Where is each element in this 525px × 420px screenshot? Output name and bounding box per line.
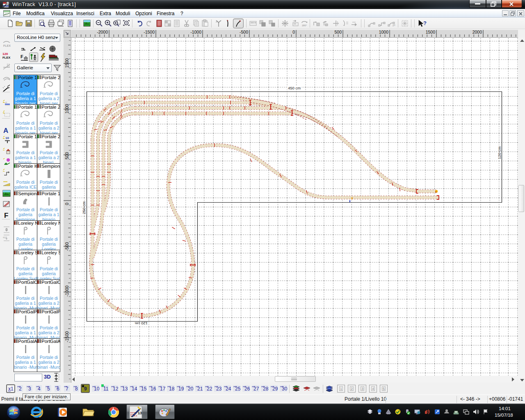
svg-text:1500: 1500 bbox=[64, 58, 69, 68]
svg-text:-1500: -1500 bbox=[144, 30, 155, 34]
svg-text:13: 13 bbox=[7, 2, 9, 5]
svg-text:180°: 180° bbox=[302, 24, 307, 27]
svg-text:FLEX: FLEX bbox=[2, 56, 10, 59]
svg-text:13: 13 bbox=[138, 411, 142, 415]
svg-text:F: F bbox=[4, 212, 8, 219]
svg-text:1000: 1000 bbox=[379, 30, 389, 34]
svg-text:1000: 1000 bbox=[64, 104, 69, 114]
svg-text:250 cm: 250 cm bbox=[82, 201, 86, 214]
svg-text:A: A bbox=[3, 127, 8, 135]
svg-text:dll: dll bbox=[5, 101, 7, 104]
svg-text:-500: -500 bbox=[240, 30, 248, 34]
svg-text:0: 0 bbox=[292, 30, 295, 34]
svg-text:-500: -500 bbox=[64, 242, 69, 251]
svg-text:120: 120 bbox=[2, 52, 8, 56]
svg-text:?: ? bbox=[423, 20, 427, 26]
svg-text:2?: 2? bbox=[393, 24, 395, 27]
svg-text:-1000: -1000 bbox=[64, 285, 69, 297]
svg-text:F: F bbox=[21, 54, 23, 59]
svg-text:120 cm: 120 cm bbox=[135, 321, 148, 326]
svg-text:500: 500 bbox=[334, 30, 342, 34]
svg-text:x: x bbox=[351, 196, 353, 200]
svg-text:2000: 2000 bbox=[472, 30, 482, 34]
svg-text:401: 401 bbox=[3, 236, 7, 239]
svg-text:s: s bbox=[435, 190, 437, 193]
svg-text:0: 0 bbox=[64, 203, 69, 205]
svg-text:-1500: -1500 bbox=[64, 331, 69, 342]
svg-text:450 cm: 450 cm bbox=[288, 86, 301, 90]
svg-text:500: 500 bbox=[64, 152, 69, 160]
svg-text:-1000: -1000 bbox=[190, 30, 201, 34]
svg-text:-2000: -2000 bbox=[97, 30, 108, 34]
svg-text:FLEX: FLEX bbox=[3, 44, 11, 47]
svg-text:1500: 1500 bbox=[426, 30, 436, 34]
svg-text:10: 10 bbox=[5, 136, 9, 140]
svg-text:120 cm: 120 cm bbox=[497, 146, 502, 159]
